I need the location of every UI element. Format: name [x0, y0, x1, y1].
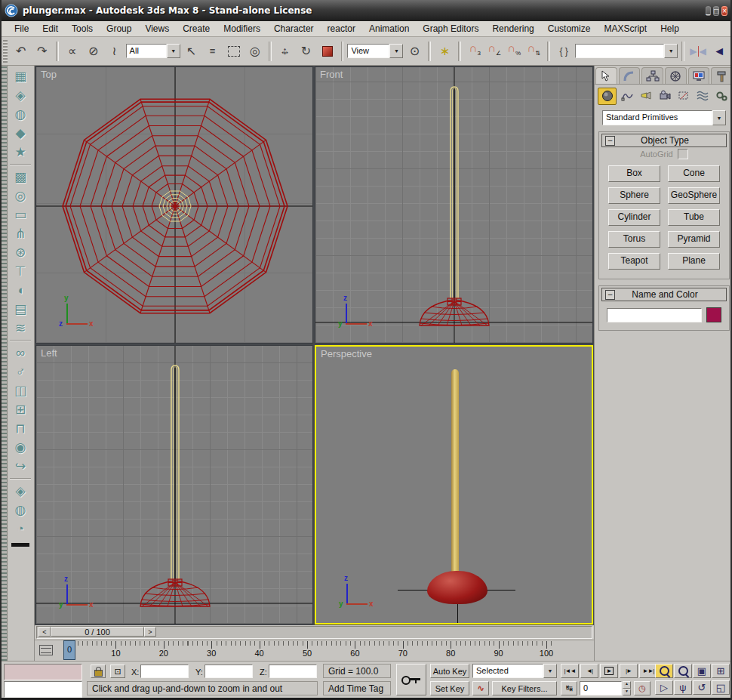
- toolbar-grip[interactable]: [3, 40, 8, 63]
- spinner-snap-toggle-button[interactable]: ∩⇅: [524, 41, 543, 62]
- objtype-cylinder-button[interactable]: Cylinder: [608, 209, 660, 226]
- key-filters-button[interactable]: Key Filters...: [492, 681, 557, 695]
- absolute-offset-toggle-button[interactable]: ⊡: [110, 665, 125, 678]
- tab-hierarchy-icon[interactable]: [641, 67, 663, 84]
- maxscript-mini-listener-pink[interactable]: [4, 664, 82, 680]
- menu-modifiers[interactable]: Modifiers: [217, 22, 267, 35]
- chain-icon[interactable]: ⊞: [9, 400, 32, 419]
- car-icon[interactable]: ◖: [9, 281, 32, 300]
- category-lights-icon[interactable]: [637, 88, 654, 104]
- key-filter-set-dropdown[interactable]: Selected ▼: [472, 664, 557, 678]
- objtype-geosphere-button[interactable]: GeoSphere: [668, 187, 720, 204]
- next-frame-arrow[interactable]: >: [144, 627, 156, 637]
- tab-utilities-icon[interactable]: [711, 67, 732, 84]
- viewport-front[interactable]: Front zxy: [315, 66, 593, 344]
- tab-motion-icon[interactable]: [665, 67, 687, 84]
- chevron-down-icon[interactable]: ▼: [712, 110, 726, 125]
- percent-snap-toggle-button[interactable]: ∩%: [504, 41, 524, 62]
- star-icon[interactable]: ★: [9, 143, 32, 162]
- select-by-name-button[interactable]: ≡: [203, 41, 223, 62]
- named-selection-dropdown[interactable]: ▼: [575, 44, 678, 58]
- viewport-top-label[interactable]: Top: [41, 69, 57, 80]
- objtype-tube-button[interactable]: Tube: [668, 209, 720, 226]
- zoom-extents-button[interactable]: ▣: [693, 664, 711, 678]
- category-geometry-icon[interactable]: [598, 88, 617, 105]
- knot-icon[interactable]: ∞: [9, 344, 32, 362]
- mirror-button[interactable]: ▶◀: [688, 41, 708, 62]
- viewport-left[interactable]: Left zxy: [35, 345, 313, 624]
- key-mode-toggle-button[interactable]: ↹: [561, 681, 577, 695]
- category-shapes-icon[interactable]: [618, 88, 635, 104]
- object-color-swatch[interactable]: [706, 307, 721, 322]
- current-frame-indicator[interactable]: 0: [63, 640, 75, 660]
- gear-icon[interactable]: ⊛: [9, 243, 32, 262]
- category-systems-icon[interactable]: [712, 88, 730, 104]
- y-coordinate-field[interactable]: [205, 665, 253, 678]
- default-tangent-button[interactable]: ∿: [472, 681, 489, 695]
- snaps-toggle-button[interactable]: ∩3: [465, 41, 484, 62]
- propeller-icon[interactable]: ⋔: [9, 224, 32, 243]
- menu-edit[interactable]: Edit: [35, 22, 65, 35]
- figure-icon[interactable]: ♂: [9, 362, 32, 381]
- current-frame-field[interactable]: 0: [580, 681, 622, 695]
- selection-lock-toggle-button[interactable]: [91, 665, 106, 678]
- collapse-icon[interactable]: –: [605, 290, 615, 300]
- menu-character[interactable]: Character: [267, 22, 321, 35]
- cloth-icon[interactable]: ◈: [9, 86, 32, 105]
- rectangular-selection-region-button[interactable]: [224, 41, 244, 62]
- min-max-toggle-button[interactable]: ◱: [712, 680, 730, 695]
- spindle-icon[interactable]: ◆: [9, 124, 32, 143]
- align-button[interactable]: ◄: [709, 41, 729, 62]
- select-and-move-button[interactable]: ↔↕: [275, 41, 295, 62]
- use-pivot-center-button[interactable]: ⊙: [404, 41, 424, 62]
- zoom-all-button[interactable]: [674, 664, 692, 678]
- set-key-button[interactable]: Set Key: [430, 681, 469, 695]
- selection-filter-dropdown[interactable]: All ▼: [126, 44, 180, 58]
- object-type-rollout-header[interactable]: – Object Type: [601, 134, 727, 147]
- wheel-icon[interactable]: ◉: [9, 438, 32, 457]
- named-selection-sets-button[interactable]: { }: [554, 41, 574, 62]
- zoom-extents-all-button[interactable]: ⊞: [712, 664, 730, 678]
- select-and-manipulate-button[interactable]: ∗: [435, 41, 454, 62]
- auto-key-button[interactable]: Auto Key: [430, 664, 469, 678]
- select-and-link-button[interactable]: ∝: [63, 41, 82, 62]
- select-and-scale-button[interactable]: [318, 41, 337, 62]
- pan-button[interactable]: ψ: [674, 680, 692, 695]
- chevron-down-icon[interactable]: ▼: [389, 44, 403, 58]
- reference-coordinate-dropdown[interactable]: View ▼: [347, 44, 403, 58]
- category-cameras-icon[interactable]: [656, 88, 673, 104]
- redo-button[interactable]: ↷: [32, 41, 52, 62]
- zoom-button[interactable]: [655, 664, 673, 678]
- viewport-perspective-label[interactable]: Perspective: [321, 348, 372, 359]
- tab-panel-grip[interactable]: [2, 66, 8, 661]
- autogrid-checkbox[interactable]: [678, 149, 688, 159]
- waves-icon[interactable]: ≋: [9, 319, 32, 338]
- menu-customize[interactable]: Customize: [541, 22, 598, 35]
- menu-group[interactable]: Group: [100, 22, 138, 35]
- x-coordinate-field[interactable]: [140, 665, 189, 678]
- cubes-icon[interactable]: ▦: [9, 67, 32, 86]
- collapse-icon[interactable]: –: [605, 136, 615, 146]
- go-to-start-button[interactable]: |◄◄: [561, 664, 579, 678]
- menu-file[interactable]: File: [8, 22, 35, 35]
- time-configuration-button[interactable]: ◷: [634, 681, 650, 695]
- next-frame-button[interactable]: |►: [620, 664, 638, 678]
- chair-icon[interactable]: ⊓: [9, 419, 32, 438]
- arc-rotate-button[interactable]: ↺: [693, 680, 711, 695]
- capsule-icon[interactable]: ▭: [9, 205, 32, 224]
- primitives-category-dropdown[interactable]: Standard Primitives ▼: [602, 110, 726, 125]
- chevron-down-icon[interactable]: ▼: [543, 664, 557, 678]
- add-time-tag-button[interactable]: Add Time Tag: [323, 681, 391, 695]
- spring-icon[interactable]: ◎: [9, 187, 32, 205]
- z-coordinate-field[interactable]: [269, 665, 317, 678]
- objtype-pyramid-button[interactable]: Pyramid: [668, 231, 720, 248]
- objtype-cone-button[interactable]: Cone: [668, 165, 720, 182]
- objtype-sphere-button[interactable]: Sphere: [608, 187, 660, 204]
- tab-modify-icon[interactable]: [619, 67, 641, 84]
- set-keys-button[interactable]: [396, 664, 426, 695]
- category-space-warps-icon[interactable]: [694, 88, 711, 104]
- time-slider-handle[interactable]: 0 / 100: [51, 627, 144, 637]
- menu-animation[interactable]: Animation: [362, 22, 416, 35]
- track-bar-ruler[interactable]: 0102030405060708090100 0: [57, 640, 594, 660]
- spiral-modifier-icon[interactable]: ◔: [9, 520, 32, 538]
